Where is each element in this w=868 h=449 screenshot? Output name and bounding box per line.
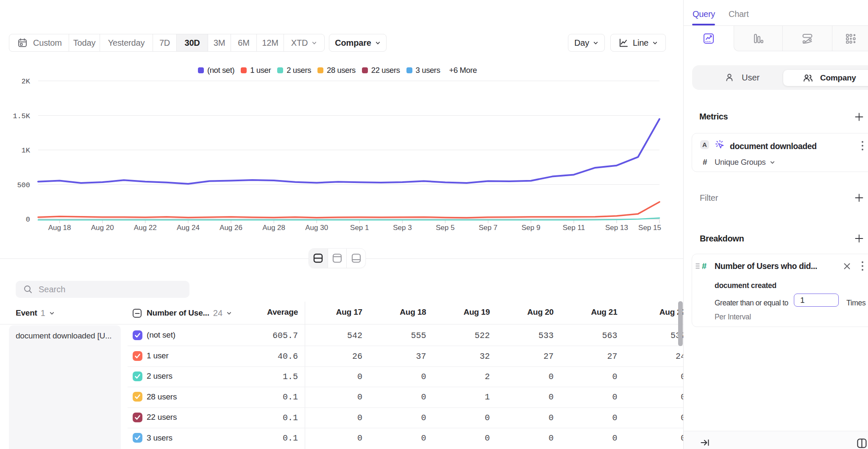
svg-text:1K: 1K — [22, 147, 31, 155]
svg-text:Sep 1: Sep 1 — [350, 224, 369, 232]
svg-text:Sep 11: Sep 11 — [562, 224, 585, 232]
svg-text:Sep 5: Sep 5 — [436, 224, 454, 232]
svg-text:Sep 13: Sep 13 — [605, 224, 628, 232]
svg-text:Aug 18: Aug 18 — [48, 224, 71, 232]
svg-text:Aug 30: Aug 30 — [305, 224, 328, 232]
svg-text:Sep 3: Sep 3 — [393, 224, 412, 232]
svg-text:Aug 28: Aug 28 — [262, 224, 285, 232]
svg-text:Aug 20: Aug 20 — [91, 224, 114, 232]
svg-text:1.5K: 1.5K — [13, 112, 31, 120]
svg-text:Sep 9: Sep 9 — [521, 224, 540, 232]
svg-text:0: 0 — [26, 216, 30, 224]
svg-text:2K: 2K — [22, 78, 31, 86]
svg-text:Aug 24: Aug 24 — [177, 224, 200, 232]
svg-text:500: 500 — [17, 181, 30, 189]
svg-text:Sep 7: Sep 7 — [479, 224, 497, 232]
svg-text:Aug 26: Aug 26 — [220, 224, 242, 232]
svg-text:Sep 15: Sep 15 — [638, 224, 661, 232]
svg-text:Aug 22: Aug 22 — [134, 224, 157, 232]
